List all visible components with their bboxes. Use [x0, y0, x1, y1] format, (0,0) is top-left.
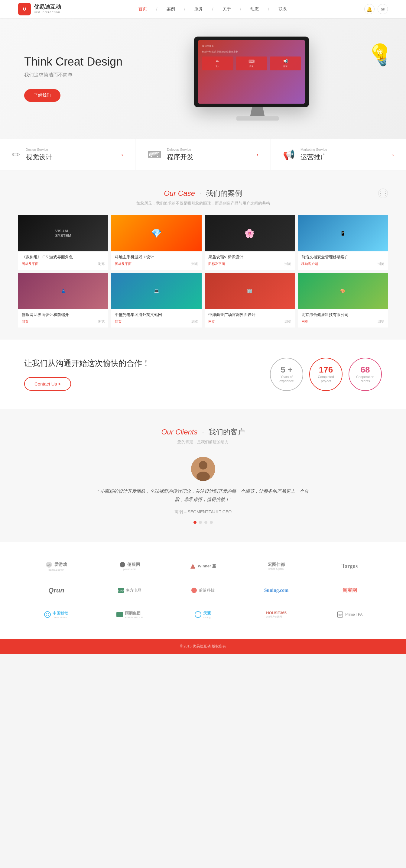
stat-number-clients: 68 [360, 366, 370, 374]
nav-link-home[interactable]: 首页 [139, 6, 147, 12]
svg-marker-7 [191, 564, 195, 568]
nav-link-news[interactable]: 动态 [250, 6, 259, 12]
hero-text: Think Creat Design 我们追求简洁而不简单 了解我们 [24, 55, 133, 102]
case-title-4: 俪服网UI界面设计和前端开 [22, 312, 105, 317]
svg-point-12 [46, 613, 49, 616]
dev-icon: ⌨ [147, 149, 162, 160]
services-section: ✏ Design Service 视觉设计 › ⌨ Delevop Servic… [0, 139, 406, 170]
case-info-6: 中海商业广场官网界面设计 网页 浏览 [205, 309, 295, 328]
case-tag-5: 网页 [115, 319, 121, 324]
client-logo-8: Suning.com [264, 581, 288, 599]
case-info-2: 果圣农瑞VI标识设计 图标及平面 浏览 [205, 251, 295, 270]
notification-icon[interactable]: 🔔 [364, 4, 375, 14]
clients-title: Our Clients · 我们的客户 [24, 427, 382, 437]
client-logo-4: Targus [342, 557, 358, 575]
case-meta-3: 移动客户端 浏览 [301, 261, 384, 266]
dot-1[interactable] [194, 521, 197, 524]
contact-left: 让我们从沟通开始这次愉快的合作！ Contact Us > [24, 358, 150, 391]
case-meta-2: 图标及平面 浏览 [208, 261, 291, 266]
monitor-screen: 我们的服务 创新一切从这里开始为您量身定制 ✏ 设计 ⌨ 开发 [198, 40, 305, 104]
case-card-2[interactable]: 🌸 果圣农瑞VI标识设计 图标及平面 浏览 [205, 215, 295, 270]
dot-4[interactable] [210, 521, 213, 524]
case-browse-4: 浏览 [98, 319, 105, 324]
nav-link-services[interactable]: 服务 [194, 6, 203, 12]
client-logo-3: 宏图佳都 linner & jiadu [268, 557, 285, 575]
case-meta-1: 图标及平面 浏览 [115, 261, 198, 266]
service-name-marketing: 运营推广 [300, 153, 389, 162]
cases-title: Our Case · 我们的案例 [18, 188, 388, 198]
case-title-2: 果圣农瑞VI标识设计 [208, 254, 291, 260]
stat-label-clients: Cooperation clients [356, 375, 374, 383]
case-card-1[interactable]: 💎 斗地主手机游戏UI设计 图标及平面 浏览 [111, 215, 201, 270]
case-tag-3: 移动客户端 [301, 261, 318, 266]
nav-link-about[interactable]: 关于 [223, 6, 231, 12]
case-title-6: 中海商业广场官网界面设计 [208, 312, 291, 317]
stat-label-years: Years of expriance [279, 375, 294, 383]
case-browse-2: 浏览 [285, 261, 291, 266]
case-card-4[interactable]: 👗 俪服网UI界面设计和前端开 网页 浏览 [18, 273, 108, 328]
monitor-cards: ✏ 设计 ⌨ 开发 📢 运营 [202, 57, 301, 70]
mail-icon[interactable]: ✉ [378, 4, 388, 14]
service-item-dev[interactable]: ⌨ Delevop Service 程序开发 › [136, 139, 271, 170]
nav-divider3: / [212, 6, 213, 12]
monitor-base [236, 116, 279, 121]
svg-rect-13 [116, 612, 123, 617]
case-meta-7: 网页 浏览 [301, 319, 384, 324]
service-item-marketing[interactable]: 📢 Marketing Service 运营推广 › [271, 139, 406, 170]
service-text-dev: Delevop Service 程序开发 [167, 148, 254, 162]
svg-point-11 [45, 612, 51, 618]
case-title-1: 斗地主手机游戏UI设计 [115, 254, 198, 260]
case-card-3[interactable]: 📱 前沿文档安全管理移动客户 移动客户端 浏览 [298, 215, 388, 270]
svg-text:AG: AG [48, 564, 51, 566]
cases-title-en: Our Case [164, 189, 195, 197]
client-logo-0: AG 爱游戏 game.169.cn [45, 557, 67, 575]
monitor-card-ops: 📢 运营 [270, 57, 301, 70]
monitor-card-dev: ⌨ 开发 [236, 57, 267, 70]
marketing-icon: 📢 [283, 149, 295, 160]
dot-3[interactable] [204, 521, 207, 524]
case-info-0: 《救你组》IOS 游戏界面角色 图标及平面 浏览 [18, 251, 108, 270]
case-card-5[interactable]: 💻 中盛光电集团海外英文站网 网页 浏览 [111, 273, 201, 328]
client-logo-1: P 俪服网 peifoo.com [119, 557, 140, 575]
case-title-3: 前沿文档安全管理移动客户 [301, 254, 384, 260]
nav-link-cases[interactable]: 案例 [167, 6, 175, 12]
cases-title-dot: · [200, 189, 202, 197]
monitor-card-design: ✏ 设计 [202, 57, 233, 70]
contact-us-button[interactable]: Contact Us > [24, 377, 71, 391]
case-card-7[interactable]: 🎨 北京沛合健康科技有限公司 网页 浏览 [298, 273, 388, 328]
dot-2[interactable] [199, 521, 202, 524]
screen-top-bar: 我们的服务 [202, 44, 301, 48]
nav-link-contact[interactable]: 联系 [279, 6, 287, 12]
case-browse-1: 浏览 [191, 261, 198, 266]
nav-icons: 🔔 ✉ [364, 4, 388, 14]
stat-label-projects: Completed project [318, 375, 334, 383]
svg-point-14 [195, 612, 201, 618]
client-logo-6: 南方电网 南方电网 [118, 581, 142, 599]
footer-text: © 2015 优易迪互动 版权所有 [180, 644, 226, 649]
case-meta-0: 图标及平面 浏览 [22, 261, 105, 266]
clients-title-cn: 我们的客户 [209, 428, 245, 436]
nav-links: 首页 / 案例 / 服务 / 关于 / 动态 / 联系 [139, 6, 287, 12]
case-card-0[interactable]: VISUALSYSTEM 《救你组》IOS 游戏界面角色 图标及平面 浏览 [18, 215, 108, 270]
case-info-4: 俪服网UI界面设计和前端开 网页 浏览 [18, 309, 108, 328]
learn-more-button[interactable]: 了解我们 [24, 89, 60, 102]
grid-view-icon[interactable]: ⋮⋮ [378, 188, 388, 198]
service-text-marketing: Marketing Service 运营推广 [300, 148, 389, 162]
brand-name-cn: 优易迪互动 [34, 4, 61, 10]
cases-header: Our Case · 我们的案例 如您所见，我们追求的不仅是吸引您的眼球，而是创… [18, 188, 388, 206]
case-browse-5: 浏览 [191, 319, 198, 324]
stat-number-projects: 176 [319, 366, 333, 374]
case-tag-6: 网页 [208, 319, 215, 324]
stat-number-years: 5 + [281, 366, 293, 374]
service-item-design[interactable]: ✏ Design Service 视觉设计 › [0, 139, 136, 170]
clients-title-dot: · [202, 428, 204, 436]
case-meta-6: 网页 浏览 [208, 319, 291, 324]
testimonial: " 小而精的设计开发团队，全球视野的设计理念，关注设计到开发的每一个细节，让服务… [97, 457, 309, 524]
nav-divider5: / [268, 6, 269, 12]
monitor-stand [249, 107, 267, 116]
case-card-6[interactable]: 🏢 中海商业广场官网界面设计 网页 浏览 [205, 273, 295, 328]
case-info-7: 北京沛合健康科技有限公司 网页 浏览 [298, 309, 388, 328]
case-info-5: 中盛光电集团海外英文站网 网页 浏览 [111, 309, 201, 328]
dev-arrow-icon: › [257, 152, 259, 158]
client-logo-13: HOUSE365365地产家园网 [266, 606, 287, 624]
